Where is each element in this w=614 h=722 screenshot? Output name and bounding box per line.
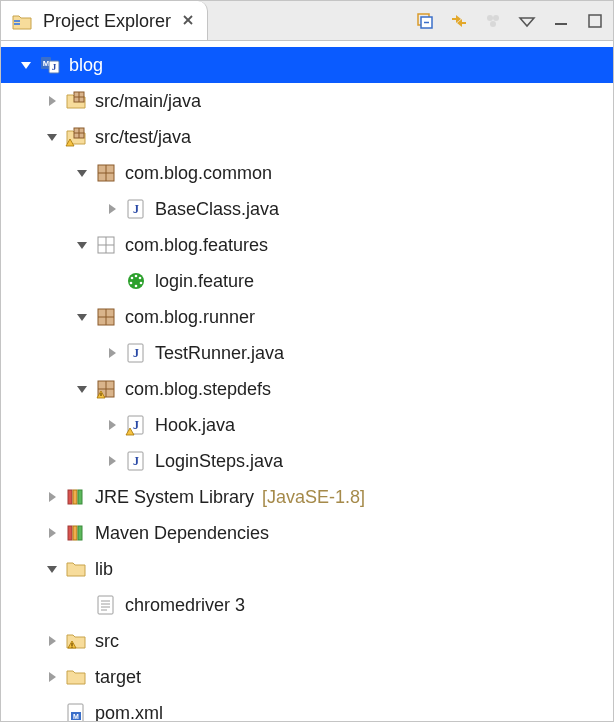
library-icon: [65, 486, 87, 508]
svg-point-51: [487, 15, 493, 21]
collapse-all-button[interactable]: [413, 9, 437, 33]
cucumber-feature-icon: [125, 270, 147, 292]
tree-item-src-test-java[interactable]: src/test/java: [1, 119, 613, 155]
tree-item-maven-deps[interactable]: Maven Dependencies: [1, 515, 613, 551]
tree-item-src[interactable]: src: [1, 623, 613, 659]
tree-label: target: [95, 667, 141, 688]
tree-item-lib[interactable]: lib: [1, 551, 613, 587]
expand-toggle[interactable]: [73, 308, 91, 326]
tree-item-baseclass[interactable]: BaseClass.java: [1, 191, 613, 227]
view-toolbar: [413, 1, 613, 40]
expand-toggle[interactable]: [73, 236, 91, 254]
expand-toggle[interactable]: [103, 416, 121, 434]
focus-task-button[interactable]: [481, 9, 505, 33]
expand-toggle[interactable]: [43, 488, 61, 506]
tree-label: login.feature: [155, 271, 254, 292]
view-menu-button[interactable]: [515, 9, 539, 33]
source-folder-icon: [65, 90, 87, 112]
package-icon: [95, 162, 117, 184]
tree-item-hook[interactable]: Hook.java: [1, 407, 613, 443]
tree-decoration: [JavaSE-1.8]: [262, 487, 365, 508]
tree-label: LoginSteps.java: [155, 451, 283, 472]
tree-label: com.blog.stepdefs: [125, 379, 271, 400]
text-file-icon: [95, 594, 117, 616]
tree-label: pom.xml: [95, 703, 163, 723]
package-icon: [95, 306, 117, 328]
tree-label: src/test/java: [95, 127, 191, 148]
tree-label: Maven Dependencies: [95, 523, 269, 544]
expand-toggle[interactable]: [73, 164, 91, 182]
tree-item-chromedriver[interactable]: chromedriver 3: [1, 587, 613, 623]
tree-item-target[interactable]: target: [1, 659, 613, 695]
java-file-icon: [125, 450, 147, 472]
svg-rect-54: [555, 23, 567, 25]
tree-label: blog: [69, 55, 103, 76]
tree-label: lib: [95, 559, 113, 580]
tree-item-pkg-common[interactable]: com.blog.common: [1, 155, 613, 191]
close-tab-icon[interactable]: [181, 11, 195, 32]
tree-item-jre[interactable]: JRE System Library [JavaSE-1.8]: [1, 479, 613, 515]
svg-point-53: [490, 21, 496, 27]
expand-toggle[interactable]: [43, 560, 61, 578]
svg-point-52: [493, 15, 499, 21]
project-explorer-icon: [11, 11, 33, 33]
expand-toggle[interactable]: [43, 524, 61, 542]
expand-toggle[interactable]: [103, 200, 121, 218]
tree-item-loginsteps[interactable]: LoginSteps.java: [1, 443, 613, 479]
tree-label: src/main/java: [95, 91, 201, 112]
tree-item-testrunner[interactable]: TestRunner.java: [1, 335, 613, 371]
java-file-icon: [125, 198, 147, 220]
tree-item-project[interactable]: blog: [1, 47, 613, 83]
maven-pom-icon: [65, 702, 87, 722]
expand-toggle[interactable]: [103, 452, 121, 470]
expand-toggle[interactable]: [43, 92, 61, 110]
expand-toggle[interactable]: [73, 380, 91, 398]
maven-java-project-icon: [39, 54, 61, 76]
tree-item-login-feature[interactable]: login.feature: [1, 263, 613, 299]
minimize-view-button[interactable]: [549, 9, 573, 33]
tree-item-pkg-stepdefs[interactable]: com.blog.stepdefs: [1, 371, 613, 407]
package-empty-icon: [95, 234, 117, 256]
tree-label: com.blog.features: [125, 235, 268, 256]
java-file-icon: [125, 342, 147, 364]
tab-title: Project Explorer: [43, 11, 171, 32]
tree-label: Hook.java: [155, 415, 235, 436]
expand-toggle[interactable]: [43, 632, 61, 650]
tree-item-pkg-runner[interactable]: com.blog.runner: [1, 299, 613, 335]
java-file-warn-icon: [125, 414, 147, 436]
expand-toggle[interactable]: [17, 56, 35, 74]
tree-label: src: [95, 631, 119, 652]
view-tabbar: Project Explorer: [1, 1, 613, 41]
expand-toggle[interactable]: [43, 668, 61, 686]
folder-warn-icon: [65, 630, 87, 652]
tree-item-src-main-java[interactable]: src/main/java: [1, 83, 613, 119]
tree-label: com.blog.runner: [125, 307, 255, 328]
folder-icon: [65, 666, 87, 688]
tree-item-pom[interactable]: pom.xml: [1, 695, 613, 722]
tab-project-explorer[interactable]: Project Explorer: [1, 1, 208, 40]
tree-item-pkg-features[interactable]: com.blog.features: [1, 227, 613, 263]
tree-label: chromedriver 3: [125, 595, 245, 616]
project-tree[interactable]: blog src/main/java src/test/java com.blo…: [1, 41, 613, 722]
tree-label: com.blog.common: [125, 163, 272, 184]
svg-rect-55: [589, 15, 601, 27]
tree-label: BaseClass.java: [155, 199, 279, 220]
maximize-view-button[interactable]: [583, 9, 607, 33]
tree-label: JRE System Library: [95, 487, 254, 508]
expand-toggle[interactable]: [43, 128, 61, 146]
package-warn-icon: [95, 378, 117, 400]
tree-label: TestRunner.java: [155, 343, 284, 364]
source-folder-warn-icon: [65, 126, 87, 148]
folder-icon: [65, 558, 87, 580]
link-editor-button[interactable]: [447, 9, 471, 33]
library-icon: [65, 522, 87, 544]
expand-toggle[interactable]: [103, 344, 121, 362]
